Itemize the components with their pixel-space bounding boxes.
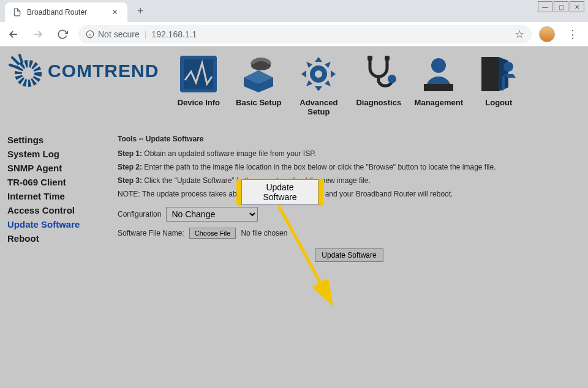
management-icon — [417, 53, 460, 95]
close-window-button[interactable]: ✕ — [570, 1, 584, 12]
svg-point-3 — [18, 64, 38, 83]
top-nav: Device Info Basic Setup Advanced Setup D… — [171, 53, 526, 116]
file-label: Software File Name: — [118, 229, 184, 237]
basic-setup-icon — [237, 53, 280, 95]
info-icon — [86, 30, 94, 39]
tab-bar: Broadband Router × + — [0, 0, 588, 22]
close-tab-icon[interactable]: × — [110, 7, 120, 18]
bookmark-star-icon[interactable]: ☆ — [514, 28, 524, 41]
sidebar-item-access-control[interactable]: Access Control — [7, 205, 118, 215]
main-content: Tools -- Update Software Step 1: Obtain … — [118, 122, 581, 262]
svg-point-15 — [503, 62, 513, 72]
choose-file-button[interactable]: Choose File — [189, 228, 236, 239]
advanced-setup-icon — [297, 53, 340, 95]
diagnostics-icon — [357, 53, 400, 95]
step-2: Step 2: Enter the path to the image file… — [118, 163, 581, 171]
note-text: NOTE: The update process takes about 2 m… — [118, 190, 581, 198]
nav-diagnostics[interactable]: Diagnostics — [351, 53, 406, 116]
sidebar-item-system-log[interactable]: System Log — [7, 149, 118, 159]
tab-title: Broadband Router — [27, 8, 110, 17]
file-chosen-text: No file chosen — [241, 229, 287, 237]
body-area: Settings System Log SNMP Agent TR-069 Cl… — [0, 116, 588, 268]
nav-logout[interactable]: Logout — [471, 53, 526, 116]
nav-management[interactable]: Management — [411, 53, 466, 116]
url-input[interactable]: Not secure | 192.168.1.1 ☆ — [78, 25, 532, 43]
header-area: COMTREND Device Info Basic Setup Advance… — [0, 47, 588, 116]
configuration-select[interactable]: No Change — [166, 207, 258, 222]
reload-button[interactable] — [54, 26, 71, 43]
sidebar: Settings System Log SNMP Agent TR-069 Cl… — [7, 122, 118, 262]
page-content: COMTREND Device Info Basic Setup Advance… — [0, 47, 588, 388]
minimize-button[interactable]: — — [538, 1, 552, 12]
nav-advanced-setup[interactable]: Advanced Setup — [291, 53, 346, 116]
step-3: Step 3: Click the "Update Software" butt… — [118, 176, 581, 185]
brand-name: COMTREND — [48, 61, 159, 81]
security-indicator[interactable]: Not secure — [86, 29, 140, 39]
back-button[interactable] — [5, 26, 22, 43]
svg-rect-11 — [385, 56, 390, 61]
url-text: 192.168.1.1 — [151, 29, 197, 39]
step-1: Step 1: Obtain an updated software image… — [118, 149, 581, 158]
new-tab-button[interactable]: + — [132, 2, 149, 20]
sidebar-item-reboot[interactable]: Reboot — [7, 233, 118, 244]
profile-avatar[interactable] — [539, 26, 555, 42]
sidebar-item-snmp-agent[interactable]: SNMP Agent — [7, 163, 118, 173]
browser-chrome: — ▢ ✕ Broadband Router × + Not secure — [0, 0, 588, 47]
forward-button[interactable] — [29, 26, 47, 43]
sidebar-item-update-software[interactable]: Update Software — [7, 219, 118, 229]
svg-rect-13 — [424, 84, 453, 91]
configuration-label: Configuration — [118, 210, 161, 218]
svg-rect-14 — [481, 57, 499, 91]
svg-point-8 — [315, 70, 322, 78]
maximize-button[interactable]: ▢ — [554, 1, 568, 12]
sidebar-item-tr069-client[interactable]: TR-069 Client — [7, 177, 118, 187]
svg-rect-10 — [368, 56, 372, 61]
sidebar-item-internet-time[interactable]: Internet Time — [7, 191, 118, 201]
sidebar-item-settings[interactable]: Settings — [7, 135, 118, 145]
device-info-icon — [177, 53, 220, 95]
file-row: Software File Name: Choose File No file … — [118, 228, 581, 239]
update-software-button[interactable]: Update Software — [315, 248, 383, 262]
not-secure-label: Not secure — [98, 29, 140, 39]
page-title: Tools -- Update Software — [118, 135, 581, 143]
file-icon — [12, 7, 22, 17]
svg-point-9 — [388, 75, 396, 83]
nav-device-info[interactable]: Device Info — [171, 53, 226, 116]
configuration-row: Configuration No Change — [118, 207, 581, 222]
logo-mark-icon — [7, 53, 44, 89]
brand-logo: COMTREND — [7, 53, 159, 89]
svg-point-12 — [431, 58, 446, 73]
address-bar: Not secure | 192.168.1.1 ☆ ⋮ — [0, 22, 588, 47]
window-controls: — ▢ ✕ — [538, 1, 584, 12]
logout-icon — [477, 53, 520, 95]
browser-tab[interactable]: Broadband Router × — [5, 2, 127, 22]
nav-basic-setup[interactable]: Basic Setup — [231, 53, 286, 116]
browser-menu-button[interactable]: ⋮ — [562, 25, 583, 43]
